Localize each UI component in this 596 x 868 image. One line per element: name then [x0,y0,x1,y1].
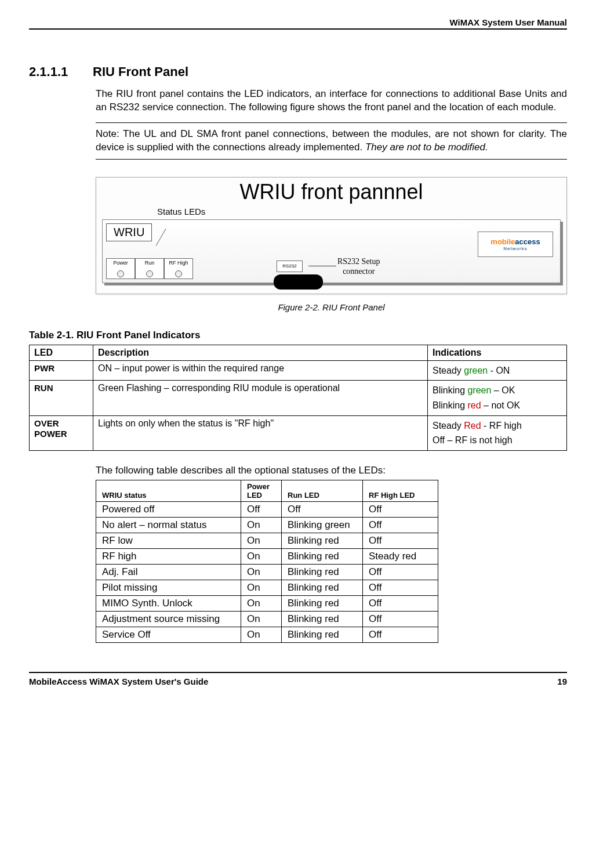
table-row: Service OffOnBlinking redOff [96,627,438,642]
col-power-led: Power LED [241,480,282,501]
col-description: Description [93,345,428,360]
led-rf-high: RF High [164,258,193,279]
leader-line [155,229,188,246]
intro-paragraph: The RIU front panel contains the LED ind… [96,88,567,114]
section-number: 2.1.1.1 [29,64,93,79]
led-group: Power Run RF High [106,258,193,279]
table-riu-indicators: LED Description Indications PWRON – inpu… [29,345,567,451]
leader-line [308,266,336,266]
table-row: MIMO Synth. UnlockOnBlinking redOff [96,595,438,611]
led-power: Power [106,258,135,279]
note-italic: They are not to be modified. [365,142,488,153]
col-indications: Indications [428,345,567,360]
table-row: Pilot missingOnBlinking redOff [96,580,438,595]
device-panel: WRIU Power Run RF High RS232 RS232 Setup… [102,219,561,283]
table-row: No alert – normal statusOnBlinking green… [96,517,438,533]
wriu-badge: WRIU [106,223,152,241]
table-row: Adjustment source missingOnBlinking redO… [96,611,438,627]
section-heading: 2.1.1.1 RIU Front Panel [29,64,567,79]
note-box: Note: The UL and DL SMA front panel conn… [96,122,567,160]
table-led-statuses: WRIU status Power LED Run LED RF High LE… [96,480,438,643]
col-rf-high-led: RF High LED [363,480,438,501]
figure-caption: Figure 2-2. RIU Front Panel [96,302,567,312]
table-row: PWRON – input power is within the requir… [30,360,567,381]
table-row: RF highOnBlinking redSteady red [96,548,438,564]
table2-intro: The following table describes all the op… [96,465,567,476]
table-row: Adj. FailOnBlinking redOff [96,564,438,580]
table-row: RUNGreen Flashing – corresponding RIU mo… [30,381,567,415]
figure-title: WRIU front pannnel [102,178,561,208]
figure-riu-front-panel: WRIU front pannnel Status LEDs WRIU Powe… [96,177,567,312]
footer-left: MobileAccess WiMAX System User's Guide [29,677,208,686]
doc-header: WiMAX System User Manual [29,17,567,30]
table-row: RF lowOnBlinking redOff [96,533,438,548]
section-title: RIU Front Panel [93,64,188,79]
table-row: OVER POWERLights on only when the status… [30,415,567,450]
note-text: Note: The UL and DL SMA front panel conn… [96,128,567,153]
col-wriu-status: WRIU status [96,480,241,501]
rs232-callout: RS232 Setupconnector [337,257,380,277]
col-run-led: Run LED [282,480,363,501]
table1-title: Table 2-1. RIU Front Panel Indicators [29,330,567,341]
footer-page-number: 19 [557,677,567,686]
status-leds-label: Status LEDs [157,207,205,216]
mobileaccess-logo: mobileaccess Networks [478,232,553,257]
col-led: LED [30,345,93,360]
rs232-connector-icon [274,274,323,290]
led-run: Run [135,258,164,279]
rs232-port-label: RS232 [277,261,303,272]
page-footer: MobileAccess WiMAX System User's Guide 1… [29,672,567,686]
table-row: Powered offOffOffOff [96,501,438,517]
